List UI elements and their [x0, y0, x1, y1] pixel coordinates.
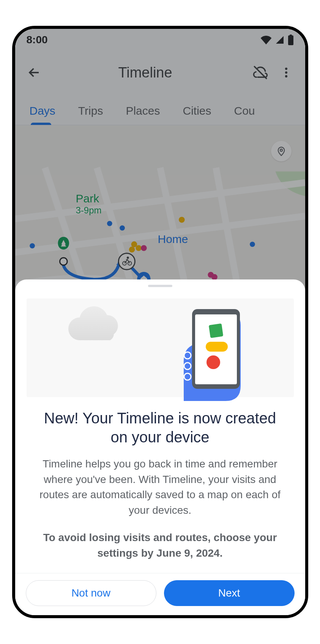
sheet-deadline: To avoid losing visits and routes, choos… [15, 524, 305, 567]
phone-frame: 8:00 Timeline Days Trips Places Cities C… [12, 26, 308, 618]
sheet-drag-handle[interactable] [148, 285, 172, 287]
bottom-sheet: New! Your Timeline is now created on you… [15, 279, 305, 615]
sheet-title: New! Your Timeline is now created on you… [15, 401, 305, 450]
sheet-illustration [27, 298, 294, 397]
hand-phone-icon [169, 302, 256, 401]
sheet-body: Timeline helps you go back in time and r… [15, 450, 305, 524]
svg-rect-33 [208, 324, 223, 338]
svg-point-35 [207, 355, 220, 369]
not-now-button[interactable]: Not now [26, 580, 156, 606]
sheet-button-row: Not now Next [15, 573, 305, 615]
cloud-icon [65, 306, 125, 348]
next-button[interactable]: Next [164, 580, 295, 606]
screen: 8:00 Timeline Days Trips Places Cities C… [15, 29, 305, 615]
svg-rect-34 [206, 342, 228, 352]
